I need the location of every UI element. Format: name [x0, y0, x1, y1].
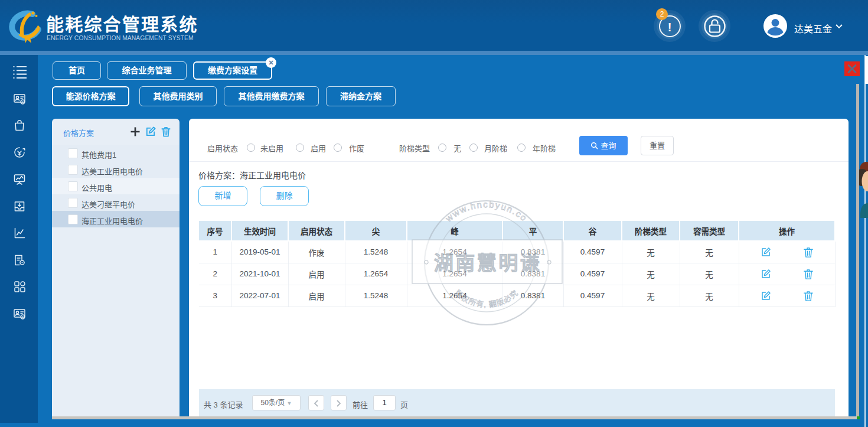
svg-text:www.hncbyun.co: www.hncbyun.co — [443, 199, 530, 224]
